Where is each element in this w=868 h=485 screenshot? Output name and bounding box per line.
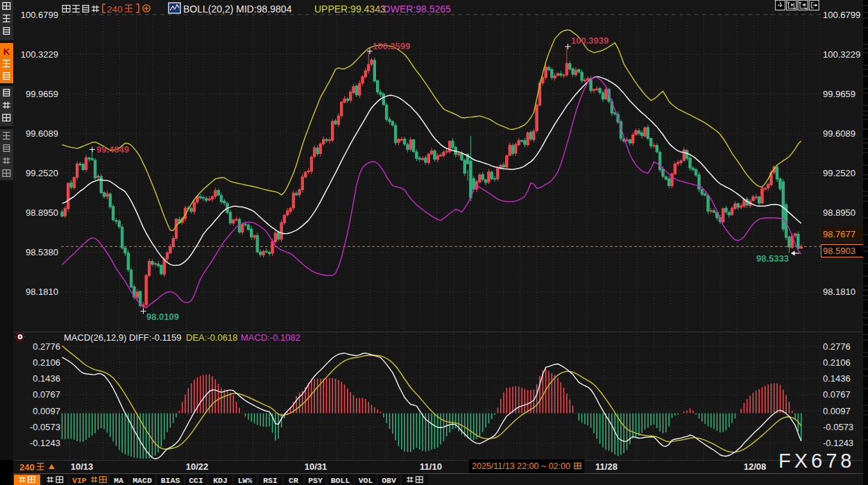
svg-text:CR: CR bbox=[289, 476, 298, 485]
svg-text:98.5903: 98.5903 bbox=[823, 246, 856, 256]
svg-text:99.9659: 99.9659 bbox=[26, 89, 58, 99]
svg-text:100.3229: 100.3229 bbox=[823, 49, 860, 60]
svg-text:99.2520: 99.2520 bbox=[823, 168, 856, 178]
svg-text:DEA:-0.0618: DEA:-0.0618 bbox=[186, 332, 237, 343]
svg-text:240: 240 bbox=[19, 462, 35, 473]
svg-text:-0.1243: -0.1243 bbox=[30, 438, 60, 448]
svg-text:VIP: VIP bbox=[72, 476, 87, 485]
svg-text:RSI: RSI bbox=[263, 476, 278, 485]
svg-text:LOWER:98.5265: LOWER:98.5265 bbox=[377, 3, 451, 15]
svg-text:KDJ: KDJ bbox=[213, 476, 228, 485]
svg-text:98.0109: 98.0109 bbox=[146, 312, 179, 322]
svg-text:11/28: 11/28 bbox=[595, 461, 618, 472]
svg-text:11/10: 11/10 bbox=[420, 461, 442, 472]
svg-text:FX678: FX678 bbox=[778, 450, 855, 472]
svg-text:12/08: 12/08 bbox=[744, 461, 767, 472]
svg-text:99.6089: 99.6089 bbox=[26, 128, 58, 139]
svg-text:98.1810: 98.1810 bbox=[823, 287, 856, 297]
svg-text:MA: MA bbox=[114, 476, 124, 485]
svg-text:CCI: CCI bbox=[189, 476, 203, 485]
svg-text:MACD: MACD bbox=[133, 476, 152, 485]
svg-text:100.6799: 100.6799 bbox=[823, 10, 860, 20]
svg-text:0.2106: 0.2106 bbox=[823, 357, 851, 368]
svg-text:98.8950: 98.8950 bbox=[26, 207, 58, 218]
svg-text:-0.0573: -0.0573 bbox=[30, 422, 60, 432]
svg-text:100.3599: 100.3599 bbox=[373, 41, 410, 51]
svg-text:100.3229: 100.3229 bbox=[21, 49, 58, 60]
svg-text:0.0097: 0.0097 bbox=[823, 406, 851, 416]
svg-text:LW%: LW% bbox=[238, 476, 253, 485]
svg-text:0.0767: 0.0767 bbox=[823, 389, 851, 400]
svg-text:2025/11/13 22:00 ~ 02:00: 2025/11/13 22:00 ~ 02:00 bbox=[472, 461, 570, 471]
svg-text:0.2776: 0.2776 bbox=[33, 341, 60, 352]
svg-text:240: 240 bbox=[107, 4, 123, 15]
svg-text:-0.1243: -0.1243 bbox=[823, 438, 853, 448]
svg-text:98.5380: 98.5380 bbox=[26, 247, 58, 257]
svg-text:100.3939: 100.3939 bbox=[571, 35, 609, 46]
svg-text:BIAS: BIAS bbox=[161, 476, 180, 485]
svg-text:-0.0573: -0.0573 bbox=[823, 422, 853, 432]
svg-text:MACD:-0.1082: MACD:-0.1082 bbox=[241, 332, 300, 343]
svg-text:BOLL: BOLL bbox=[331, 476, 350, 485]
svg-text:99.6089: 99.6089 bbox=[823, 128, 856, 139]
svg-text:10/13: 10/13 bbox=[71, 461, 94, 472]
svg-text:0.2776: 0.2776 bbox=[823, 341, 851, 352]
svg-text:99.4649: 99.4649 bbox=[96, 144, 129, 155]
svg-text:98.5333: 98.5333 bbox=[756, 253, 789, 264]
svg-text:100.6799: 100.6799 bbox=[21, 10, 58, 20]
svg-text:0.0767: 0.0767 bbox=[33, 389, 60, 400]
svg-text:0.0097: 0.0097 bbox=[33, 406, 60, 416]
svg-text:99.2520: 99.2520 bbox=[26, 168, 58, 178]
svg-text:UPPER:99.4343: UPPER:99.4343 bbox=[314, 3, 386, 15]
svg-text:0.1436: 0.1436 bbox=[823, 373, 851, 384]
svg-text:98.7677: 98.7677 bbox=[823, 229, 856, 239]
svg-text:BOLL(20,2) MID:98.9804: BOLL(20,2) MID:98.9804 bbox=[183, 3, 292, 15]
svg-text:K: K bbox=[3, 46, 10, 57]
svg-text:98.1810: 98.1810 bbox=[26, 287, 58, 297]
svg-text:MACD(26,12,9) DIFF:-0.1159: MACD(26,12,9) DIFF:-0.1159 bbox=[64, 332, 182, 343]
svg-text:10/22: 10/22 bbox=[186, 461, 209, 472]
svg-text:98.8950: 98.8950 bbox=[823, 207, 856, 218]
svg-text:OBV: OBV bbox=[382, 476, 396, 485]
svg-text:0.2106: 0.2106 bbox=[33, 357, 60, 368]
svg-text:PSY: PSY bbox=[308, 476, 323, 485]
svg-text:10/31: 10/31 bbox=[305, 461, 327, 472]
svg-text:0.1436: 0.1436 bbox=[33, 373, 60, 384]
svg-text:99.9659: 99.9659 bbox=[823, 89, 856, 99]
svg-text:VOL: VOL bbox=[359, 476, 373, 485]
